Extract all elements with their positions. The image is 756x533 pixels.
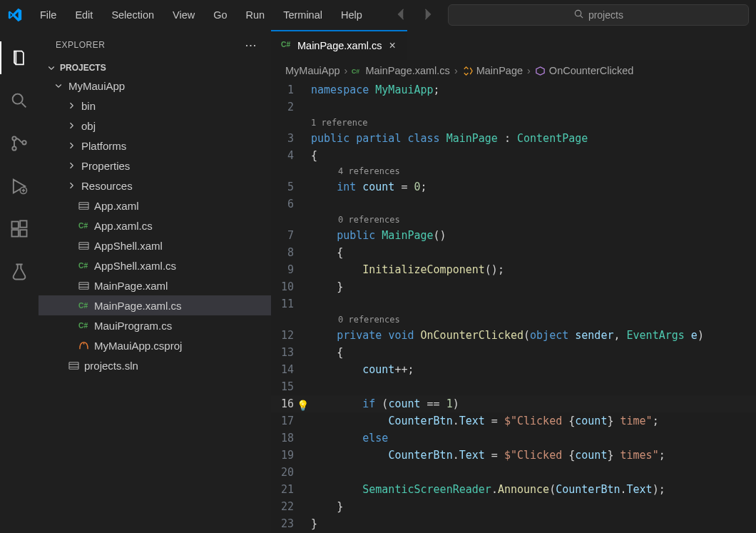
file-app-xaml[interactable]: App.xaml: [39, 196, 271, 215]
file-appshell-xaml-cs[interactable]: C# AppShell.xaml.cs: [39, 255, 271, 275]
menu-run[interactable]: Run: [239, 6, 272, 24]
svg-point-5: [12, 146, 16, 150]
line-number: 23: [271, 515, 311, 532]
svg-rect-10: [20, 230, 26, 236]
line-number: 19: [271, 447, 311, 464]
line-number: 1: [271, 81, 311, 98]
folder-platforms[interactable]: Platforms: [39, 136, 271, 156]
tab-label: MainPage.xaml.cs: [297, 40, 382, 51]
folder-label: obj: [81, 120, 96, 132]
folder-resources[interactable]: Resources: [39, 176, 271, 196]
explorer-tree: PROJECTS MyMauiApp bin obj Platforms Pro…: [39, 60, 271, 375]
sln-file-icon: [67, 360, 80, 371]
menu-file[interactable]: File: [33, 6, 63, 24]
xaml-file-icon: [77, 240, 90, 251]
csproj-file-icon: [77, 340, 90, 351]
crumb-class[interactable]: MainPage: [462, 65, 523, 76]
xaml-file-icon: [77, 200, 90, 211]
breadcrumbs: MyMauiApp › C# MainPage.xaml.cs › MainPa…: [271, 60, 756, 81]
nav-arrows: [395, 8, 434, 23]
method-icon: [535, 66, 546, 76]
activity-testing[interactable]: [0, 253, 39, 291]
folder-label: Properties: [81, 160, 130, 172]
lightbulb-icon[interactable]: 💡: [297, 397, 309, 414]
activity-source-control[interactable]: [0, 124, 39, 163]
file-label: App.xaml: [94, 200, 139, 212]
codelens-count[interactable]: 4 references: [311, 166, 400, 176]
crumb-label: MainPage.xaml.cs: [365, 65, 449, 76]
file-app-xaml-cs[interactable]: C# App.xaml.cs: [39, 215, 271, 235]
menu-edit[interactable]: Edit: [68, 6, 100, 24]
crumb-label: OnCounterClicked: [549, 65, 633, 76]
line-number: 13: [271, 344, 311, 361]
activity-extensions[interactable]: [0, 210, 39, 248]
folder-obj[interactable]: obj: [39, 116, 271, 136]
csharp-file-icon: C#: [77, 220, 90, 231]
sidebar: EXPLORER ··· PROJECTS MyMauiApp bin obj: [39, 30, 271, 533]
activity-bar: [0, 30, 39, 533]
file-mainpage-xaml-cs[interactable]: C# MainPage.xaml.cs: [39, 295, 271, 315]
file-appshell-xaml[interactable]: AppShell.xaml: [39, 235, 271, 255]
search-box[interactable]: projects: [448, 4, 749, 26]
menu-help[interactable]: Help: [334, 6, 369, 24]
file-label: projects.sln: [84, 360, 138, 372]
crumb-method[interactable]: OnCounterClicked: [535, 65, 633, 76]
class-icon: [462, 66, 473, 76]
line-number: 21: [271, 481, 311, 498]
line-number: 💡16: [271, 395, 311, 412]
svg-point-4: [12, 136, 16, 140]
file-mauiprogram-cs[interactable]: C# MauiProgram.cs: [39, 315, 271, 335]
folder-mymauiapp[interactable]: MyMauiApp: [39, 76, 271, 96]
activity-run-debug[interactable]: [0, 167, 39, 205]
folder-section-projects[interactable]: PROJECTS: [39, 60, 271, 76]
line-number: 3: [271, 130, 311, 147]
chevron-right-icon: [67, 181, 77, 190]
close-icon[interactable]: ×: [387, 39, 397, 52]
line-number: 6: [271, 196, 311, 213]
menu-selection[interactable]: Selection: [104, 6, 161, 24]
svg-line-3: [22, 103, 26, 108]
chevron-right-icon: [67, 161, 77, 170]
search-placeholder: projects: [588, 9, 623, 21]
file-csproj[interactable]: MyMauiApp.csproj: [39, 335, 271, 355]
crumb-file[interactable]: C# MainPage.xaml.cs: [352, 65, 449, 76]
file-label: AppShell.xaml.cs: [94, 260, 176, 272]
line-number: 20: [271, 464, 311, 481]
svg-text:C#: C#: [78, 222, 88, 230]
line-number: 12: [271, 327, 311, 344]
folder-label: MyMauiApp: [68, 80, 125, 92]
chevron-right-icon: ›: [344, 65, 348, 76]
code-editor[interactable]: 1namespace MyMauiApp; 2 1 reference 3pub…: [271, 81, 756, 533]
activity-explorer[interactable]: [0, 39, 39, 77]
svg-text:C#: C#: [352, 68, 359, 75]
svg-point-2: [13, 94, 23, 104]
title-bar: File Edit Selection View Go Run Terminal…: [0, 0, 756, 30]
menu-view[interactable]: View: [165, 6, 202, 24]
menu-terminal[interactable]: Terminal: [276, 6, 330, 24]
crumb-label: MainPage: [476, 65, 523, 76]
chevron-down-icon: [54, 81, 64, 90]
editor-tab-mainpage[interactable]: C# MainPage.xaml.cs ×: [271, 30, 407, 60]
folder-label: Resources: [81, 180, 133, 192]
nav-back-icon[interactable]: [395, 8, 408, 23]
codelens-ctor[interactable]: 0 references: [311, 215, 400, 225]
crumb-project[interactable]: MyMauiApp: [285, 65, 340, 76]
codelens-class[interactable]: 1 reference: [311, 118, 367, 128]
sidebar-more-icon[interactable]: ···: [245, 38, 257, 53]
svg-point-0: [575, 10, 581, 16]
csharp-file-icon: C#: [281, 39, 292, 52]
file-label: MainPage.xaml.cs: [94, 300, 182, 312]
folder-label: Platforms: [81, 140, 126, 152]
svg-text:C#: C#: [281, 41, 290, 49]
line-number: 2: [271, 98, 311, 116]
chevron-right-icon: [67, 141, 77, 150]
nav-forward-icon[interactable]: [421, 8, 434, 23]
folder-label: bin: [81, 100, 96, 112]
folder-properties[interactable]: Properties: [39, 156, 271, 176]
codelens-handler[interactable]: 0 references: [311, 315, 400, 325]
file-mainpage-xaml[interactable]: MainPage.xaml: [39, 275, 271, 295]
folder-bin[interactable]: bin: [39, 96, 271, 116]
activity-search[interactable]: [0, 81, 39, 120]
menu-go[interactable]: Go: [206, 6, 234, 24]
file-sln[interactable]: projects.sln: [39, 355, 271, 375]
